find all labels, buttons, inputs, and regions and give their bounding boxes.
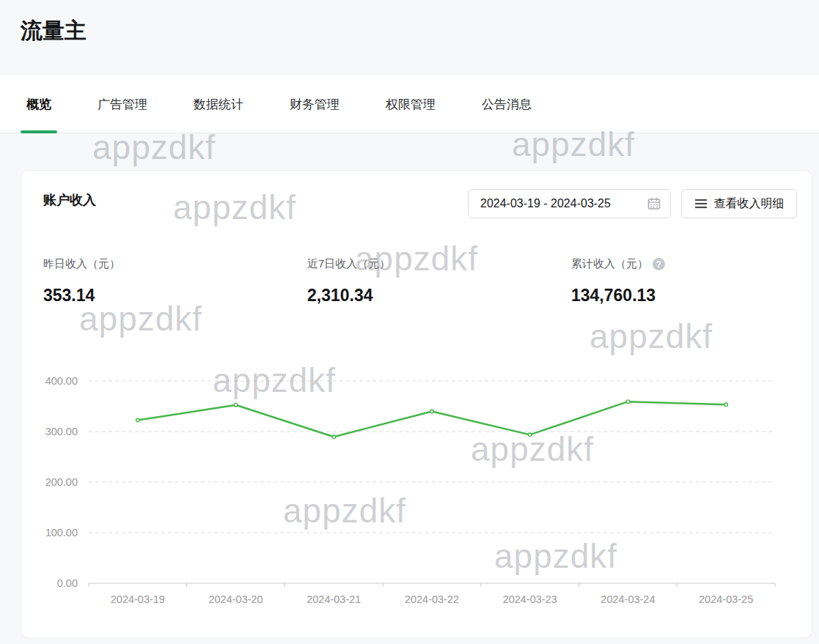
calendar-icon	[647, 196, 661, 211]
page-title: 流量主	[21, 16, 87, 46]
stat-yesterday-income: 昨日收入（元） 353.14	[43, 257, 120, 306]
income-chart-svg: 0.00100.00200.00300.00400.002024-03-1920…	[21, 360, 813, 623]
stat-total-income-label: 累计收入（元） ?	[571, 257, 665, 271]
date-range-value: 2024-03-19 - 2024-03-25	[480, 197, 611, 210]
stat-yesterday-income-value: 353.14	[43, 286, 120, 306]
svg-text:400.00: 400.00	[45, 375, 78, 387]
view-income-detail-label: 查看收入明细	[714, 196, 785, 212]
tab-data-statistics[interactable]: 数据统计	[194, 75, 243, 133]
view-income-detail-button[interactable]: 查看收入明细	[681, 189, 797, 218]
svg-text:100.00: 100.00	[45, 527, 78, 538]
svg-text:2024-03-21: 2024-03-21	[306, 593, 361, 605]
svg-text:2024-03-24: 2024-03-24	[601, 593, 655, 605]
tab-finance-management[interactable]: 财务管理	[290, 75, 339, 133]
tab-overview[interactable]: 概览	[26, 75, 51, 133]
svg-text:2024-03-22: 2024-03-22	[405, 593, 459, 605]
tab-permission-management[interactable]: 权限管理	[386, 75, 436, 133]
list-icon	[694, 198, 708, 210]
card-title: 账户收入	[43, 191, 96, 209]
svg-text:200.00: 200.00	[45, 476, 78, 488]
income-line-chart: 0.00100.00200.00300.00400.002024-03-1920…	[21, 360, 813, 623]
stat-last7days-income-label: 近7日收入（元）	[307, 257, 390, 271]
svg-text:0.00: 0.00	[57, 577, 78, 589]
stat-yesterday-income-label: 昨日收入（元）	[43, 257, 120, 271]
stat-last7days-income: 近7日收入（元） 2,310.34	[307, 257, 390, 306]
svg-text:2024-03-23: 2024-03-23	[503, 593, 557, 605]
tab-bar: 概览 广告管理 数据统计 财务管理 权限管理 公告消息	[0, 75, 819, 133]
stat-last7days-income-value: 2,310.34	[307, 286, 390, 306]
svg-text:2024-03-20: 2024-03-20	[208, 593, 262, 605]
svg-text:2024-03-25: 2024-03-25	[699, 593, 753, 605]
stat-total-income: 累计收入（元） ? 134,760.13	[571, 257, 665, 306]
svg-text:300.00: 300.00	[45, 426, 78, 437]
help-icon[interactable]: ?	[653, 258, 665, 270]
tab-ad-management[interactable]: 广告管理	[98, 75, 147, 133]
svg-text:2024-03-19: 2024-03-19	[111, 593, 165, 605]
date-range-picker[interactable]: 2024-03-19 - 2024-03-25	[468, 189, 671, 218]
watermark: appzdkf	[92, 127, 216, 167]
stat-total-income-value: 134,760.13	[571, 286, 665, 306]
tab-announcements[interactable]: 公告消息	[482, 75, 532, 133]
account-income-card: 账户收入 2024-03-19 - 2024-03-25 查看收入明细	[21, 170, 812, 638]
